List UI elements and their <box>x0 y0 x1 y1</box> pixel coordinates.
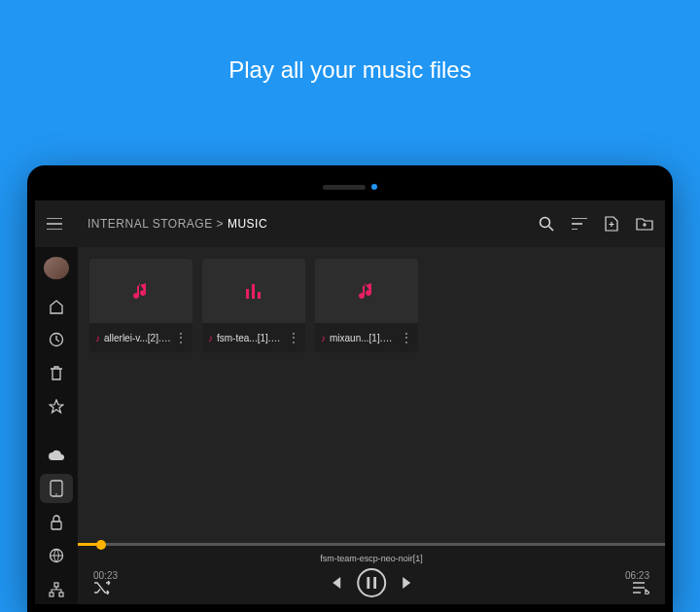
avatar[interactable] <box>44 257 69 279</box>
music-badge-icon: ♪ <box>208 333 213 343</box>
skip-previous-icon <box>328 575 343 591</box>
file-thumb <box>315 259 418 323</box>
shuffle-button[interactable] <box>93 581 111 594</box>
star-icon <box>49 399 64 414</box>
file-thumb <box>89 259 192 323</box>
music-note-icon <box>358 280 375 302</box>
file-more-button[interactable]: ⋮ <box>175 331 187 344</box>
content-area: ♪ allerlei-v...[2].mp3 ⋮ ♪ fsm-tea...[1]… <box>78 247 665 604</box>
center-controls: fsm-team-escp-neo-noir[1] <box>320 554 423 597</box>
file-footer: ♪ mixaun...[1].mp3 ⋮ <box>315 323 418 352</box>
sort-button[interactable] <box>572 218 587 230</box>
svg-rect-8 <box>59 593 63 596</box>
queue-icon <box>632 581 649 594</box>
player-row: 00:23 fsm-team-escp-neo-noir[1] <box>78 546 665 604</box>
sidebar-trash[interactable] <box>40 358 73 388</box>
skip-next-icon <box>400 575 415 591</box>
previous-button[interactable] <box>328 575 343 591</box>
clock-icon <box>49 332 64 347</box>
play-pause-button[interactable] <box>357 568 386 597</box>
menu-button[interactable] <box>47 218 70 230</box>
cloud-icon <box>48 450 65 461</box>
file-grid: ♪ allerlei-v...[2].mp3 ⋮ ♪ fsm-tea...[1]… <box>78 247 665 364</box>
sidebar-device[interactable] <box>40 474 73 504</box>
svg-rect-10 <box>252 284 255 299</box>
svg-rect-7 <box>50 593 53 596</box>
sidebar-lan[interactable] <box>40 575 73 604</box>
topbar: INTERNAL STORAGE > MUSIC <box>35 200 665 247</box>
breadcrumb: INTERNAL STORAGE > MUSIC <box>88 217 267 231</box>
svg-rect-9 <box>246 289 249 299</box>
new-folder-icon <box>636 217 653 231</box>
svg-point-3 <box>55 493 57 495</box>
svg-rect-11 <box>258 292 261 299</box>
lan-icon <box>49 582 64 597</box>
camera-dot <box>371 184 377 190</box>
search-icon <box>539 216 554 232</box>
home-icon <box>49 299 64 314</box>
new-file-button[interactable] <box>605 216 618 232</box>
file-more-button[interactable]: ⋮ <box>288 331 299 344</box>
lock-icon <box>51 515 62 530</box>
tablet-frame: INTERNAL STORAGE > MUSIC <box>27 165 673 612</box>
search-button[interactable] <box>539 216 554 232</box>
file-footer: ♪ fsm-tea...[1].mp3 ⋮ <box>202 323 305 352</box>
new-file-icon <box>605 216 618 232</box>
sidebar-cloud[interactable] <box>40 440 73 470</box>
music-badge-icon: ♪ <box>95 333 100 343</box>
shuffle-icon <box>93 581 111 594</box>
equalizer-icon <box>245 282 262 300</box>
music-badge-icon: ♪ <box>321 333 326 343</box>
music-note-icon <box>132 280 150 302</box>
screen: INTERNAL STORAGE > MUSIC <box>35 200 665 604</box>
body: ♪ allerlei-v...[2].mp3 ⋮ ♪ fsm-tea...[1]… <box>35 247 665 604</box>
speaker-grill <box>323 185 366 190</box>
queue-button[interactable] <box>632 581 649 594</box>
hamburger-icon <box>47 218 62 230</box>
sidebar-recent[interactable] <box>40 325 73 355</box>
svg-rect-12 <box>367 577 369 589</box>
next-button[interactable] <box>400 575 415 591</box>
sidebar-network[interactable] <box>40 541 73 571</box>
tablet-icon <box>50 480 63 497</box>
file-name: allerlei-v...[2].mp3 <box>104 333 171 343</box>
file-more-button[interactable]: ⋮ <box>401 331 412 344</box>
breadcrumb-parent[interactable]: INTERNAL STORAGE <box>88 217 213 231</box>
file-card[interactable]: ♪ allerlei-v...[2].mp3 ⋮ <box>89 259 192 352</box>
svg-rect-13 <box>373 577 376 589</box>
globe-icon <box>49 548 64 563</box>
total-time: 06:23 <box>611 570 649 581</box>
trash-icon <box>50 366 63 381</box>
file-name: mixaun...[1].mp3 <box>330 333 397 343</box>
track-name: fsm-team-escp-neo-noir[1] <box>320 554 423 563</box>
player: 00:23 fsm-team-escp-neo-noir[1] <box>78 543 665 604</box>
file-footer: ♪ allerlei-v...[2].mp3 ⋮ <box>89 323 192 352</box>
file-card[interactable]: ♪ mixaun...[1].mp3 ⋮ <box>315 259 418 352</box>
breadcrumb-current: MUSIC <box>228 217 267 231</box>
headline: Play all your music files <box>0 0 700 84</box>
svg-point-0 <box>541 218 550 228</box>
current-time: 00:23 <box>93 570 132 581</box>
sidebar-home[interactable] <box>40 291 73 321</box>
sidebar-encrypted[interactable] <box>40 507 73 537</box>
file-thumb <box>202 259 305 323</box>
sidebar-favorites[interactable] <box>40 392 73 422</box>
new-folder-button[interactable] <box>636 217 653 231</box>
sidebar <box>35 247 78 604</box>
pause-icon <box>367 577 376 589</box>
svg-rect-4 <box>52 522 61 529</box>
topbar-actions <box>539 216 653 232</box>
controls <box>328 568 415 597</box>
breadcrumb-separator: > <box>217 217 225 231</box>
sort-icon <box>572 218 587 230</box>
file-card[interactable]: ♪ fsm-tea...[1].mp3 ⋮ <box>202 259 305 352</box>
file-name: fsm-tea...[1].mp3 <box>217 333 284 343</box>
svg-rect-6 <box>54 583 58 587</box>
camera-bar <box>35 173 665 200</box>
